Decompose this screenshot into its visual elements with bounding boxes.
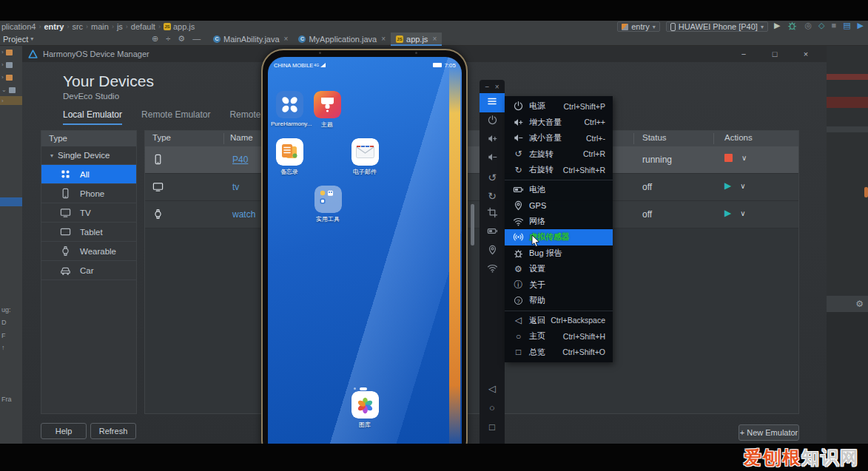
- device-name-link[interactable]: P40: [232, 155, 248, 165]
- run-config-select[interactable]: entry ▾: [617, 21, 659, 32]
- menu-item-主页[interactable]: ○主页Ctrl+Shift+H: [505, 328, 613, 345]
- tab-local-emulator[interactable]: Local Emulator: [63, 109, 122, 125]
- maximize-button[interactable]: □: [764, 50, 785, 58]
- play-button[interactable]: ▶: [724, 209, 731, 217]
- menu-item-减小音量[interactable]: 减小音量Ctrl+-: [505, 130, 613, 146]
- tree-item[interactable]: ›: [0, 46, 22, 58]
- close-tab-icon[interactable]: ×: [432, 35, 437, 43]
- menu-item-设置[interactable]: ⚙设置: [505, 261, 613, 277]
- app-notes[interactable]: 备忘录: [271, 138, 308, 176]
- profiler-button[interactable]: ◇: [818, 20, 824, 33]
- tab-MyApplication.java[interactable]: MyApplication.java×: [293, 33, 391, 46]
- sidebar-item-phone[interactable]: Phone: [41, 184, 136, 203]
- tab-remote-emulator[interactable]: Remote Emulator: [141, 109, 210, 125]
- project-tool-button[interactable]: Project ▾: [0, 35, 152, 44]
- breadcrumb-item[interactable]: js: [117, 22, 123, 31]
- phone-screen[interactable]: CHINA MOBILE 4G 7:05 PureHarmony...主题备忘录…: [268, 57, 462, 458]
- app-pureharmony[interactable]: PureHarmony...: [271, 91, 308, 127]
- menu-item-Bug 报告[interactable]: Bug 报告: [505, 245, 613, 262]
- breadcrumb-item[interactable]: plication4: [1, 22, 36, 31]
- app-email[interactable]: 电子邮件: [346, 138, 383, 176]
- menu-item-关于[interactable]: ⓘ关于: [505, 277, 613, 294]
- table-scrollbar[interactable]: [471, 204, 474, 245]
- sidebar-item-car[interactable]: Car: [41, 261, 136, 280]
- close-tab-icon[interactable]: ×: [284, 35, 289, 43]
- toolbar-vol-down-button[interactable]: [480, 149, 505, 168]
- device-name-link[interactable]: tv: [232, 182, 239, 192]
- toolbar-vol-up-button[interactable]: [480, 131, 505, 149]
- settings-icon[interactable]: ⚙: [178, 34, 185, 44]
- run-panel-button[interactable]: ▶: [858, 20, 864, 33]
- tab-app.js[interactable]: app.js×: [391, 33, 442, 46]
- close-button[interactable]: ×: [795, 50, 816, 58]
- menu-item-GPS[interactable]: GPS: [505, 197, 613, 214]
- menu-item-总览[interactable]: □总览Ctrl+Shift+O: [505, 345, 613, 361]
- menu-item-返回[interactable]: ◁返回Ctrl+Backspace: [505, 313, 613, 329]
- minimize-button[interactable]: −: [733, 50, 754, 58]
- app-utilities[interactable]: 实用工具: [309, 186, 346, 223]
- menu-item-网络[interactable]: 网络: [505, 214, 613, 230]
- menu-item-电源[interactable]: 电源Ctrl+Shift+P: [505, 98, 613, 115]
- sidebar-item-tablet[interactable]: Tablet: [41, 223, 136, 242]
- table-row-P40[interactable]: P40running∨: [145, 146, 798, 174]
- close-button[interactable]: ×: [495, 83, 499, 91]
- toolbar-screenshot-button[interactable]: [480, 205, 505, 223]
- chevron-down-icon[interactable]: ∨: [740, 182, 745, 190]
- sidebar-item-all[interactable]: All: [41, 165, 136, 184]
- table-row-tv[interactable]: tvoff▶∨: [145, 174, 798, 201]
- app-gallery[interactable]: 图库: [346, 391, 383, 429]
- debug-button[interactable]: [787, 20, 798, 33]
- coverage-button[interactable]: ◎: [804, 20, 812, 33]
- breadcrumb-item[interactable]: entry: [44, 22, 64, 31]
- minimize-button[interactable]: −: [485, 83, 489, 91]
- layout-panel-button[interactable]: ▤: [843, 20, 850, 33]
- toolbar-power-button[interactable]: [480, 112, 505, 131]
- filter-group-single-device[interactable]: ▾ Single Device: [41, 146, 136, 165]
- tree-item[interactable]: ›: [0, 58, 22, 71]
- menu-item-增大音量[interactable]: 增大音量Ctrl++: [505, 115, 613, 131]
- nav-home-button[interactable]: ○: [480, 398, 505, 417]
- up-arrow-icon[interactable]: ↑: [1, 344, 5, 351]
- close-tab-icon[interactable]: ×: [381, 35, 386, 43]
- toolbar-wifi-button[interactable]: [480, 260, 505, 279]
- device-select[interactable]: HUAWEI Phone [P40] ▾: [666, 21, 768, 32]
- menu-item-label: 右旋转: [529, 164, 554, 175]
- nav-back-button[interactable]: ◁: [480, 379, 505, 398]
- tree-item[interactable]: ›: [0, 96, 22, 105]
- refresh-button[interactable]: Refresh: [90, 423, 136, 439]
- breadcrumb-item[interactable]: app.js: [164, 22, 195, 31]
- hide-icon[interactable]: —: [192, 34, 201, 44]
- menu-item-左旋转[interactable]: ↺左旋转Ctrl+R: [505, 146, 613, 163]
- toolbar-menu-button[interactable]: [480, 93, 505, 112]
- toolbar-rotate-right-button[interactable]: ↻: [480, 186, 505, 205]
- sidebar-item-wearable[interactable]: Wearable: [41, 242, 136, 261]
- menu-item-帮助[interactable]: ?帮助: [505, 293, 613, 309]
- toolbar-rotate-left-button[interactable]: ↺: [480, 168, 505, 186]
- run-button[interactable]: ▶: [774, 20, 780, 33]
- menu-item-电池[interactable]: 电池: [505, 182, 613, 198]
- play-button[interactable]: ▶: [724, 181, 731, 190]
- app-theme[interactable]: 主题: [309, 91, 346, 129]
- stop-button[interactable]: [724, 154, 733, 162]
- device-name-link[interactable]: watch: [232, 209, 255, 220]
- new-emulator-button[interactable]: + New Emulator: [739, 424, 799, 441]
- locate-icon[interactable]: ⊕: [152, 34, 158, 44]
- help-button[interactable]: Help: [41, 423, 87, 439]
- chevron-down-icon[interactable]: ∨: [741, 154, 747, 162]
- chevron-down-icon[interactable]: ∨: [740, 209, 745, 217]
- tab-MainAbility.java[interactable]: MainAbility.java×: [208, 33, 293, 46]
- breadcrumb-item[interactable]: src: [72, 22, 83, 31]
- toolbar-location-button[interactable]: [480, 242, 505, 260]
- toolbar-battery-button[interactable]: [480, 223, 505, 242]
- collapse-icon[interactable]: ÷: [166, 34, 170, 44]
- tree-item[interactable]: ⌄: [0, 84, 22, 96]
- menu-item-右旋转[interactable]: ↻右旋转Ctrl+Shift+R: [505, 162, 613, 178]
- nav-overview-button[interactable]: □: [480, 417, 505, 436]
- breadcrumb-item[interactable]: default: [131, 22, 155, 31]
- menu-item-虚拟传感器[interactable]: 虚拟传感器: [505, 229, 613, 245]
- breadcrumb-item[interactable]: main: [91, 22, 109, 31]
- tree-item[interactable]: ›: [0, 71, 22, 84]
- gear-icon[interactable]: ⚙: [855, 299, 864, 309]
- sidebar-item-tv[interactable]: TV: [41, 203, 136, 223]
- stop-button[interactable]: ■: [831, 20, 836, 33]
